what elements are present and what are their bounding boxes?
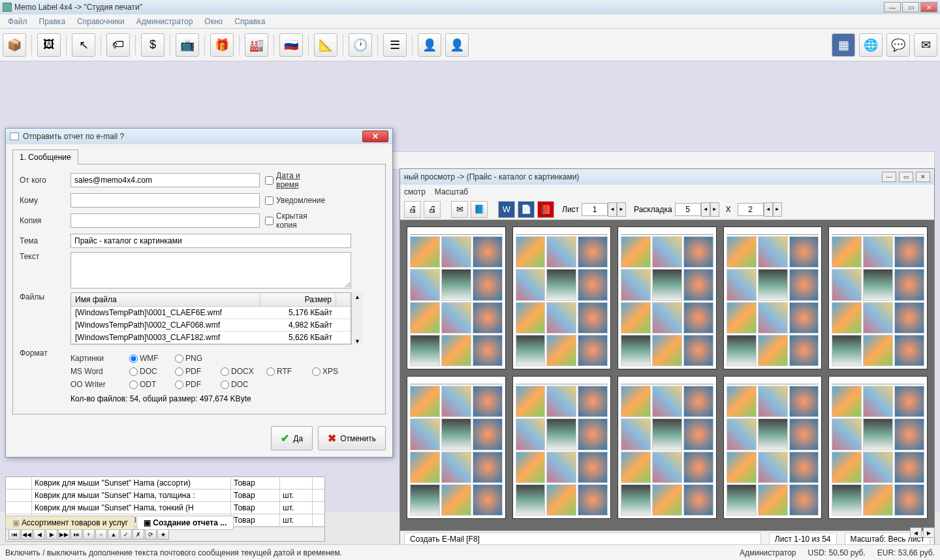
radio-docx[interactable]: [221, 367, 229, 376]
radio-doc2[interactable]: [221, 381, 229, 389]
nav-refresh[interactable]: ⟳: [145, 529, 157, 540]
tag-icon[interactable]: 🏷: [106, 33, 130, 57]
pdf-icon[interactable]: 📕: [537, 201, 554, 218]
menu-admin[interactable]: Администратор: [131, 16, 198, 27]
preview-close[interactable]: ✕: [916, 172, 930, 182]
nav-next-page[interactable]: ▶▶: [58, 529, 70, 540]
ok-button[interactable]: ✔Да: [271, 426, 313, 450]
radio-xps[interactable]: [312, 367, 321, 376]
mail-icon[interactable]: ✉: [914, 33, 937, 57]
items-grid[interactable]: Коврик для мыши "Sunset" Hama (ассорти)Т…: [5, 476, 325, 542]
bcc-checkbox[interactable]: [265, 217, 274, 225]
tab-report[interactable]: ▣ Создание отчета ...: [136, 516, 234, 530]
radio-doc[interactable]: [129, 367, 138, 376]
radio-png[interactable]: [175, 354, 183, 363]
menu-catalog[interactable]: Справочники: [72, 16, 130, 27]
word-icon[interactable]: W: [498, 201, 515, 218]
nav-bookmark[interactable]: ★: [157, 529, 169, 540]
files-scrollbar[interactable]: ▲▼: [351, 292, 363, 345]
radio-pdf2[interactable]: [175, 381, 183, 389]
nav-first[interactable]: ⏮: [8, 529, 20, 540]
close-button[interactable]: ✕: [920, 2, 937, 12]
nav-last[interactable]: ⏭: [70, 529, 82, 540]
nav-cancel[interactable]: ✗: [133, 529, 144, 540]
mail-icon[interactable]: ✉: [451, 201, 468, 218]
radio-wmf[interactable]: [129, 354, 138, 363]
menu-edit[interactable]: Правка: [34, 16, 71, 27]
preview-minimize[interactable]: —: [882, 172, 896, 182]
print-cancel-icon[interactable]: 🖨: [424, 201, 441, 218]
menu-file[interactable]: Файл: [3, 16, 33, 27]
sheet-label: Лист: [562, 205, 579, 214]
tabs-scroll-left[interactable]: ◄: [910, 527, 922, 538]
tv-icon[interactable]: 📺: [176, 33, 199, 57]
from-input[interactable]: [70, 173, 260, 187]
chat-icon[interactable]: 💬: [886, 33, 910, 57]
maximize-button[interactable]: ▭: [902, 2, 919, 12]
tab-message[interactable]: 1. Сообщение: [12, 149, 78, 164]
preview-maximize[interactable]: ▭: [899, 172, 913, 182]
col-filename: Имя файла: [71, 293, 260, 306]
window-titlebar: Memo Label 4x4 -> "Студия печати" — ▭ ✕: [0, 0, 940, 14]
subject-input[interactable]: [70, 234, 351, 248]
nav-prev-page[interactable]: ◀◀: [21, 529, 33, 540]
layout-cols[interactable]: [675, 203, 701, 216]
menu-window[interactable]: Окно: [199, 16, 228, 27]
list-icon[interactable]: ☰: [383, 33, 407, 57]
radio-pdf[interactable]: [175, 367, 183, 376]
user-male-icon[interactable]: 👤: [418, 33, 441, 57]
sheet-next[interactable]: ►: [617, 202, 626, 217]
table-row: Коврик для мыши "Sunset" Hama, тонкий (Н…: [6, 502, 324, 514]
nav-ok[interactable]: ✓: [120, 529, 132, 540]
radio-odt[interactable]: [129, 381, 138, 389]
tab-assortment[interactable]: ▣ Ассортимент товаров и услуг: [5, 516, 135, 530]
bcc-label: Скрытая копия: [276, 211, 311, 230]
preview-menu-view[interactable]: смотр: [404, 187, 426, 196]
box-icon[interactable]: 📦: [3, 33, 26, 57]
to-input[interactable]: [70, 193, 260, 208]
format-label: Формат: [20, 349, 65, 358]
page-thumb: [618, 376, 717, 519]
preview-menu-zoom[interactable]: Масштаб: [435, 187, 468, 196]
file-row: [WindowsTempPath]\0001_CLAEF6E.wmf5,176 …: [71, 307, 351, 319]
nav-del[interactable]: −: [95, 529, 107, 540]
tabs-scroll-right[interactable]: ►: [923, 527, 935, 538]
nav-prev[interactable]: ◀: [33, 529, 45, 540]
book-icon[interactable]: 📘: [471, 201, 488, 218]
files-grid[interactable]: Имя файла Размер [WindowsTempPath]\0001_…: [70, 292, 351, 345]
cancel-button[interactable]: ✖Отменить: [318, 426, 386, 450]
notify-checkbox[interactable]: [265, 196, 274, 205]
layout-rows[interactable]: [738, 203, 764, 216]
print-icon[interactable]: 🖨: [404, 201, 421, 218]
body-textarea[interactable]: [70, 252, 351, 288]
flag-icon[interactable]: 🇷🇺: [279, 33, 303, 57]
user-female-icon[interactable]: 👤: [445, 33, 469, 57]
pics-row-label: Картинки: [70, 354, 129, 363]
minimize-button[interactable]: —: [884, 2, 901, 12]
nav-add[interactable]: +: [83, 529, 95, 540]
cc-input[interactable]: [70, 213, 260, 228]
clock-icon[interactable]: 🕐: [349, 33, 372, 57]
radio-rtf[interactable]: [266, 367, 275, 376]
datetime-checkbox[interactable]: [265, 176, 274, 185]
nav-edit[interactable]: ▲: [108, 529, 119, 540]
page-thumb: [828, 226, 928, 369]
factory-icon[interactable]: 🏭: [245, 33, 268, 57]
stamp-icon[interactable]: ▦: [832, 33, 855, 57]
from-label: От кого: [20, 176, 65, 185]
gift-icon[interactable]: 🎁: [210, 33, 234, 57]
dollar-icon[interactable]: $: [141, 33, 164, 57]
image-icon[interactable]: 🖼: [37, 33, 61, 57]
email-dialog: Отправить отчет по e-mail ? ✕ 1. Сообщен…: [5, 128, 393, 458]
ruler-icon[interactable]: 📐: [314, 33, 337, 57]
cursor-icon[interactable]: ↖: [72, 33, 95, 57]
menu-help[interactable]: Справка: [229, 16, 270, 27]
doc-icon[interactable]: 📄: [518, 201, 535, 218]
thumbnail-grid[interactable]: [400, 220, 934, 525]
sheet-input[interactable]: [582, 203, 608, 216]
nav-next[interactable]: ▶: [46, 529, 57, 540]
dialog-close-button[interactable]: ✕: [362, 131, 388, 142]
sheet-prev[interactable]: ◄: [608, 202, 617, 217]
globe-icon[interactable]: 🌐: [859, 33, 883, 57]
table-row: Коврик для мыши "Sunset" Hama (ассорти)Т…: [6, 477, 324, 490]
